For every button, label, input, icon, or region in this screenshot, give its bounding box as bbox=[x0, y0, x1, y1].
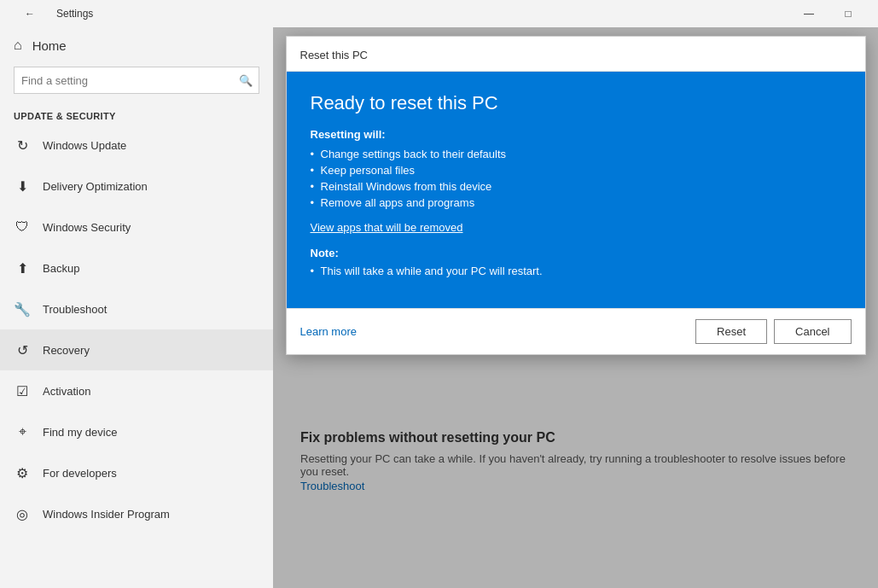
dialog-title-text: Reset this PC bbox=[300, 49, 368, 61]
cancel-button[interactable]: Cancel bbox=[774, 319, 851, 344]
bullet-item-1: Change settings back to their defaults bbox=[311, 148, 841, 160]
dialog-heading: Ready to reset this PC bbox=[311, 92, 841, 114]
minimize-icon: — bbox=[804, 8, 814, 20]
sidebar-item-label-backup: Backup bbox=[43, 262, 79, 275]
sidebar-item-label-for-developers: For developers bbox=[43, 467, 117, 480]
learn-more-link[interactable]: Learn more bbox=[300, 325, 357, 338]
reset-dialog: Reset this PC Ready to reset this PC Res… bbox=[286, 36, 866, 355]
search-input[interactable] bbox=[14, 67, 259, 94]
sidebar-item-windows-update[interactable]: ↻ Windows Update bbox=[0, 125, 273, 166]
sidebar-item-label-delivery-optimization: Delivery Optimization bbox=[43, 180, 148, 193]
sidebar-item-for-developers[interactable]: ⚙ For developers bbox=[0, 452, 273, 493]
maximize-button[interactable]: □ bbox=[829, 0, 868, 27]
backup-icon: ⬆ bbox=[14, 260, 31, 277]
maximize-icon: □ bbox=[845, 8, 851, 20]
find-my-device-icon: ⌖ bbox=[14, 424, 31, 440]
sidebar-item-label-troubleshoot: Troubleshoot bbox=[43, 303, 107, 316]
sidebar-item-label-find-my-device: Find my device bbox=[43, 426, 117, 439]
dialog-overlay: Reset this PC Ready to reset this PC Res… bbox=[273, 27, 878, 588]
sidebar-item-activation[interactable]: ☑ Activation bbox=[0, 370, 273, 411]
home-icon: ⌂ bbox=[14, 38, 22, 53]
sidebar-item-label-windows-update: Windows Update bbox=[43, 139, 126, 152]
titlebar: ← Settings — □ bbox=[0, 0, 878, 27]
sidebar-item-troubleshoot[interactable]: 🔧 Troubleshoot bbox=[0, 288, 273, 329]
sidebar-item-backup[interactable]: ⬆ Backup bbox=[0, 247, 273, 288]
app-layout: ⌂ Home 🔍 Update & Security ↻ Windows Upd… bbox=[0, 27, 878, 588]
back-button[interactable]: ← bbox=[10, 0, 49, 27]
search-icon: 🔍 bbox=[239, 74, 253, 87]
note-label: Note: bbox=[311, 247, 841, 259]
sidebar-item-delivery-optimization[interactable]: ⬇ Delivery Optimization bbox=[0, 166, 273, 207]
bullet-item-3: Reinstall Windows from this device bbox=[311, 180, 841, 193]
sidebar-item-label-recovery: Recovery bbox=[43, 344, 90, 357]
back-icon: ← bbox=[25, 8, 35, 20]
titlebar-title: Settings bbox=[56, 8, 93, 20]
resetting-bullets: Change settings back to their defaults K… bbox=[311, 148, 841, 209]
sidebar-section-title: Update & Security bbox=[0, 104, 273, 125]
delivery-optimization-icon: ⬇ bbox=[14, 178, 31, 195]
troubleshoot-icon: 🔧 bbox=[14, 301, 31, 317]
sidebar-item-label-windows-insider: Windows Insider Program bbox=[43, 508, 170, 521]
view-apps-link[interactable]: View apps that will be removed bbox=[311, 221, 463, 234]
reset-button[interactable]: Reset bbox=[695, 319, 767, 344]
note-bullet-1: This will take a while and your PC will … bbox=[311, 265, 841, 277]
resetting-will-label: Resetting will: bbox=[311, 128, 841, 141]
sidebar-item-label-windows-security: Windows Security bbox=[43, 221, 131, 234]
activation-icon: ☑ bbox=[14, 383, 31, 399]
for-developers-icon: ⚙ bbox=[14, 465, 31, 481]
bullet-item-4: Remove all apps and programs bbox=[311, 196, 841, 209]
windows-update-icon: ↻ bbox=[14, 137, 31, 154]
sidebar-item-windows-insider-program[interactable]: ◎ Windows Insider Program bbox=[0, 493, 273, 534]
sidebar-item-label-activation: Activation bbox=[43, 385, 90, 398]
titlebar-controls: — □ bbox=[789, 0, 868, 27]
sidebar-item-windows-security[interactable]: 🛡 Windows Security bbox=[0, 207, 273, 247]
minimize-button[interactable]: — bbox=[789, 0, 829, 27]
bullet-item-2: Keep personal files bbox=[311, 164, 841, 177]
main-content: Recovery Reset this PC Fix problems with… bbox=[273, 27, 878, 588]
note-bullets: This will take a while and your PC will … bbox=[311, 265, 841, 277]
recovery-icon: ↺ bbox=[14, 342, 31, 358]
search-box: 🔍 bbox=[14, 67, 259, 94]
titlebar-left: ← Settings bbox=[10, 0, 93, 27]
dialog-titlebar: Reset this PC bbox=[287, 37, 865, 72]
dialog-body: Ready to reset this PC Resetting will: C… bbox=[287, 72, 865, 308]
windows-security-icon: 🛡 bbox=[14, 219, 31, 235]
sidebar-item-find-my-device[interactable]: ⌖ Find my device bbox=[0, 411, 273, 452]
sidebar: ⌂ Home 🔍 Update & Security ↻ Windows Upd… bbox=[0, 27, 273, 588]
windows-insider-icon: ◎ bbox=[14, 506, 31, 522]
note-section: Note: This will take a while and your PC… bbox=[311, 247, 841, 277]
footer-buttons: Reset Cancel bbox=[695, 319, 851, 344]
sidebar-item-recovery[interactable]: ↺ Recovery bbox=[0, 329, 273, 370]
dialog-footer: Learn more Reset Cancel bbox=[287, 308, 865, 354]
sidebar-home-label: Home bbox=[32, 38, 67, 53]
sidebar-item-home[interactable]: ⌂ Home bbox=[0, 27, 273, 63]
